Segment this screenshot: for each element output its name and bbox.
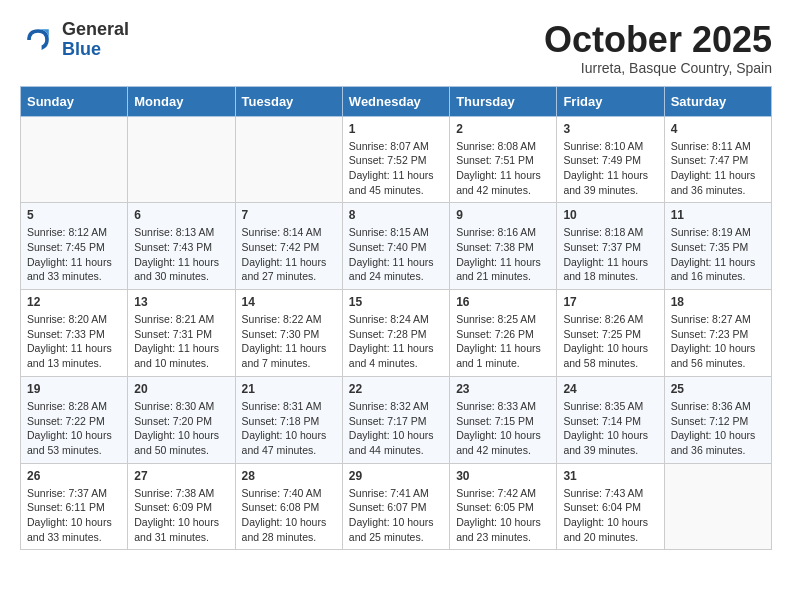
- cell-sun-info: Sunrise: 8:36 AM Sunset: 7:12 PM Dayligh…: [671, 399, 765, 458]
- day-number: 28: [242, 469, 336, 483]
- calendar-week-row: 1Sunrise: 8:07 AM Sunset: 7:52 PM Daylig…: [21, 116, 772, 203]
- cell-sun-info: Sunrise: 8:28 AM Sunset: 7:22 PM Dayligh…: [27, 399, 121, 458]
- day-number: 25: [671, 382, 765, 396]
- day-number: 10: [563, 208, 657, 222]
- cell-sun-info: Sunrise: 8:26 AM Sunset: 7:25 PM Dayligh…: [563, 312, 657, 371]
- day-number: 15: [349, 295, 443, 309]
- cell-sun-info: Sunrise: 8:18 AM Sunset: 7:37 PM Dayligh…: [563, 225, 657, 284]
- calendar-cell: 12Sunrise: 8:20 AM Sunset: 7:33 PM Dayli…: [21, 290, 128, 377]
- day-number: 19: [27, 382, 121, 396]
- calendar-cell: 16Sunrise: 8:25 AM Sunset: 7:26 PM Dayli…: [450, 290, 557, 377]
- calendar-cell: 13Sunrise: 8:21 AM Sunset: 7:31 PM Dayli…: [128, 290, 235, 377]
- calendar-table: SundayMondayTuesdayWednesdayThursdayFrid…: [20, 86, 772, 551]
- day-number: 26: [27, 469, 121, 483]
- calendar-cell: 31Sunrise: 7:43 AM Sunset: 6:04 PM Dayli…: [557, 463, 664, 550]
- logo-text: General Blue: [62, 20, 129, 60]
- month-title: October 2025: [544, 20, 772, 60]
- day-number: 7: [242, 208, 336, 222]
- calendar-cell: 10Sunrise: 8:18 AM Sunset: 7:37 PM Dayli…: [557, 203, 664, 290]
- day-number: 6: [134, 208, 228, 222]
- cell-sun-info: Sunrise: 8:22 AM Sunset: 7:30 PM Dayligh…: [242, 312, 336, 371]
- day-number: 21: [242, 382, 336, 396]
- day-number: 23: [456, 382, 550, 396]
- day-number: 11: [671, 208, 765, 222]
- cell-sun-info: Sunrise: 8:32 AM Sunset: 7:17 PM Dayligh…: [349, 399, 443, 458]
- logo-icon: [20, 22, 56, 58]
- day-number: 31: [563, 469, 657, 483]
- cell-sun-info: Sunrise: 7:42 AM Sunset: 6:05 PM Dayligh…: [456, 486, 550, 545]
- day-number: 30: [456, 469, 550, 483]
- cell-sun-info: Sunrise: 8:07 AM Sunset: 7:52 PM Dayligh…: [349, 139, 443, 198]
- cell-sun-info: Sunrise: 8:12 AM Sunset: 7:45 PM Dayligh…: [27, 225, 121, 284]
- day-number: 8: [349, 208, 443, 222]
- day-number: 12: [27, 295, 121, 309]
- logo: General Blue: [20, 20, 129, 60]
- cell-sun-info: Sunrise: 7:43 AM Sunset: 6:04 PM Dayligh…: [563, 486, 657, 545]
- calendar-cell: 14Sunrise: 8:22 AM Sunset: 7:30 PM Dayli…: [235, 290, 342, 377]
- calendar-cell: 3Sunrise: 8:10 AM Sunset: 7:49 PM Daylig…: [557, 116, 664, 203]
- cell-sun-info: Sunrise: 8:30 AM Sunset: 7:20 PM Dayligh…: [134, 399, 228, 458]
- page-header: General Blue October 2025 Iurreta, Basqu…: [20, 20, 772, 76]
- day-number: 13: [134, 295, 228, 309]
- day-number: 14: [242, 295, 336, 309]
- calendar-cell: 19Sunrise: 8:28 AM Sunset: 7:22 PM Dayli…: [21, 376, 128, 463]
- day-number: 3: [563, 122, 657, 136]
- calendar-week-row: 26Sunrise: 7:37 AM Sunset: 6:11 PM Dayli…: [21, 463, 772, 550]
- calendar-cell: 9Sunrise: 8:16 AM Sunset: 7:38 PM Daylig…: [450, 203, 557, 290]
- cell-sun-info: Sunrise: 8:08 AM Sunset: 7:51 PM Dayligh…: [456, 139, 550, 198]
- calendar-cell: 4Sunrise: 8:11 AM Sunset: 7:47 PM Daylig…: [664, 116, 771, 203]
- cell-sun-info: Sunrise: 7:37 AM Sunset: 6:11 PM Dayligh…: [27, 486, 121, 545]
- cell-sun-info: Sunrise: 8:15 AM Sunset: 7:40 PM Dayligh…: [349, 225, 443, 284]
- day-number: 1: [349, 122, 443, 136]
- calendar-cell: 26Sunrise: 7:37 AM Sunset: 6:11 PM Dayli…: [21, 463, 128, 550]
- cell-sun-info: Sunrise: 8:35 AM Sunset: 7:14 PM Dayligh…: [563, 399, 657, 458]
- day-number: 2: [456, 122, 550, 136]
- calendar-cell: 1Sunrise: 8:07 AM Sunset: 7:52 PM Daylig…: [342, 116, 449, 203]
- weekday-header-cell: Monday: [128, 86, 235, 116]
- calendar-cell: 7Sunrise: 8:14 AM Sunset: 7:42 PM Daylig…: [235, 203, 342, 290]
- calendar-cell: 24Sunrise: 8:35 AM Sunset: 7:14 PM Dayli…: [557, 376, 664, 463]
- weekday-header-cell: Sunday: [21, 86, 128, 116]
- calendar-cell: 6Sunrise: 8:13 AM Sunset: 7:43 PM Daylig…: [128, 203, 235, 290]
- cell-sun-info: Sunrise: 8:11 AM Sunset: 7:47 PM Dayligh…: [671, 139, 765, 198]
- cell-sun-info: Sunrise: 7:38 AM Sunset: 6:09 PM Dayligh…: [134, 486, 228, 545]
- day-number: 20: [134, 382, 228, 396]
- weekday-header-row: SundayMondayTuesdayWednesdayThursdayFrid…: [21, 86, 772, 116]
- day-number: 9: [456, 208, 550, 222]
- calendar-week-row: 19Sunrise: 8:28 AM Sunset: 7:22 PM Dayli…: [21, 376, 772, 463]
- calendar-cell: 18Sunrise: 8:27 AM Sunset: 7:23 PM Dayli…: [664, 290, 771, 377]
- calendar-week-row: 5Sunrise: 8:12 AM Sunset: 7:45 PM Daylig…: [21, 203, 772, 290]
- calendar-cell: 11Sunrise: 8:19 AM Sunset: 7:35 PM Dayli…: [664, 203, 771, 290]
- weekday-header-cell: Wednesday: [342, 86, 449, 116]
- title-block: October 2025 Iurreta, Basque Country, Sp…: [544, 20, 772, 76]
- calendar-cell: 5Sunrise: 8:12 AM Sunset: 7:45 PM Daylig…: [21, 203, 128, 290]
- day-number: 24: [563, 382, 657, 396]
- calendar-cell: [21, 116, 128, 203]
- day-number: 4: [671, 122, 765, 136]
- cell-sun-info: Sunrise: 8:10 AM Sunset: 7:49 PM Dayligh…: [563, 139, 657, 198]
- calendar-cell: [664, 463, 771, 550]
- cell-sun-info: Sunrise: 7:40 AM Sunset: 6:08 PM Dayligh…: [242, 486, 336, 545]
- cell-sun-info: Sunrise: 7:41 AM Sunset: 6:07 PM Dayligh…: [349, 486, 443, 545]
- calendar-cell: 30Sunrise: 7:42 AM Sunset: 6:05 PM Dayli…: [450, 463, 557, 550]
- calendar-cell: 29Sunrise: 7:41 AM Sunset: 6:07 PM Dayli…: [342, 463, 449, 550]
- calendar-cell: [128, 116, 235, 203]
- calendar-cell: 28Sunrise: 7:40 AM Sunset: 6:08 PM Dayli…: [235, 463, 342, 550]
- calendar-week-row: 12Sunrise: 8:20 AM Sunset: 7:33 PM Dayli…: [21, 290, 772, 377]
- calendar-cell: 25Sunrise: 8:36 AM Sunset: 7:12 PM Dayli…: [664, 376, 771, 463]
- cell-sun-info: Sunrise: 8:16 AM Sunset: 7:38 PM Dayligh…: [456, 225, 550, 284]
- calendar-cell: 27Sunrise: 7:38 AM Sunset: 6:09 PM Dayli…: [128, 463, 235, 550]
- calendar-body: 1Sunrise: 8:07 AM Sunset: 7:52 PM Daylig…: [21, 116, 772, 550]
- cell-sun-info: Sunrise: 8:31 AM Sunset: 7:18 PM Dayligh…: [242, 399, 336, 458]
- weekday-header-cell: Friday: [557, 86, 664, 116]
- day-number: 18: [671, 295, 765, 309]
- weekday-header-cell: Saturday: [664, 86, 771, 116]
- cell-sun-info: Sunrise: 8:25 AM Sunset: 7:26 PM Dayligh…: [456, 312, 550, 371]
- day-number: 29: [349, 469, 443, 483]
- calendar-cell: 17Sunrise: 8:26 AM Sunset: 7:25 PM Dayli…: [557, 290, 664, 377]
- weekday-header-cell: Tuesday: [235, 86, 342, 116]
- calendar-cell: 21Sunrise: 8:31 AM Sunset: 7:18 PM Dayli…: [235, 376, 342, 463]
- weekday-header-cell: Thursday: [450, 86, 557, 116]
- calendar-cell: 20Sunrise: 8:30 AM Sunset: 7:20 PM Dayli…: [128, 376, 235, 463]
- cell-sun-info: Sunrise: 8:24 AM Sunset: 7:28 PM Dayligh…: [349, 312, 443, 371]
